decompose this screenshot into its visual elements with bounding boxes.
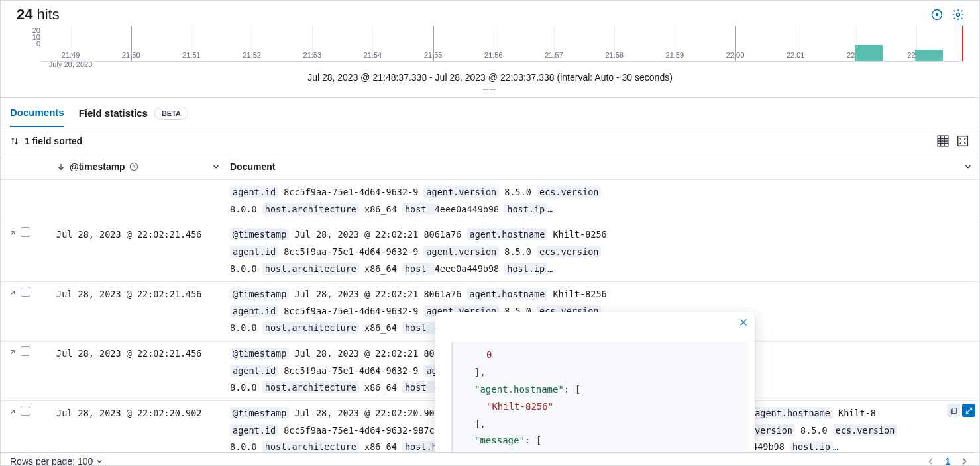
sort-desc-icon — [56, 162, 66, 171]
table-row: agent.id 8cc5f9aa-75e1-4d64-9632-9 agent… — [1, 180, 979, 222]
svg-point-2 — [957, 13, 960, 17]
row-checkbox[interactable] — [21, 287, 30, 297]
tab-documents[interactable]: Documents — [10, 99, 64, 127]
hit-count: 24 hits — [17, 6, 60, 23]
x-tick-label: 21:50 — [122, 51, 140, 59]
beta-badge: BETA — [154, 107, 188, 120]
timestamp-cell: Jul 28, 2023 @ 22:02:20.902 — [52, 405, 226, 452]
page-number[interactable]: 1 — [945, 456, 950, 466]
time-range-label: Jul 28, 2023 @ 21:48:37.338 - Jul 28, 20… — [1, 62, 979, 85]
svg-point-1 — [936, 13, 938, 15]
x-tick-label: 21:54 — [364, 51, 382, 59]
gear-icon[interactable] — [950, 7, 966, 23]
x-tick-label: 21:57 — [545, 51, 563, 59]
svg-rect-4 — [958, 136, 968, 146]
x-tick-label: 21:59 — [666, 51, 684, 59]
cell-popover: 0],"agent.hostname": ["Khilt-8256"],"mes… — [435, 312, 755, 452]
x-tick-label: 21:49 — [62, 51, 80, 59]
table-header: @timestamp Document — [1, 154, 979, 180]
header: 24 hits — [1, 1, 979, 26]
sort-bar: 1 field sorted — [1, 128, 979, 154]
expand-icon[interactable] — [7, 287, 17, 304]
x-tick-label: 21:55 — [424, 51, 443, 59]
next-page-icon[interactable] — [959, 457, 969, 466]
fullscreen-icon[interactable] — [955, 134, 970, 148]
x-tick-label: 21:53 — [303, 51, 322, 59]
row-checkbox[interactable] — [21, 346, 30, 356]
document-cell[interactable]: @timestamp Jul 28, 2023 @ 22:02:21 8061a… — [226, 226, 979, 277]
copy-cell-icon[interactable] — [947, 404, 960, 417]
row-checkbox[interactable] — [21, 406, 30, 416]
timestamp-cell — [52, 184, 226, 218]
tabs: Documents Field statistics BETA — [1, 98, 979, 128]
x-tick-label: 21:56 — [484, 51, 503, 59]
close-icon[interactable] — [739, 318, 748, 329]
x-tick-label: 21:52 — [243, 51, 261, 59]
row-checkbox[interactable] — [21, 227, 30, 237]
expand-cell-icon[interactable] — [962, 404, 975, 417]
pagination: Rows per page: 100 1 — [1, 452, 979, 465]
expand-icon[interactable] — [7, 227, 17, 244]
table-density-icon[interactable] — [936, 134, 950, 148]
document-cell[interactable]: agent.id 8cc5f9aa-75e1-4d64-9632-9 agent… — [226, 184, 979, 218]
histogram-bar[interactable] — [855, 45, 883, 61]
timestamp-cell: Jul 28, 2023 @ 22:02:21.456 — [52, 346, 226, 396]
x-tick-label: 21:58 — [605, 51, 624, 59]
chevron-down-icon[interactable] — [211, 162, 221, 171]
json-code-block: 0],"agent.hostname": ["Khilt-8256"],"mes… — [451, 342, 748, 452]
sort-button[interactable]: 1 field sorted — [10, 136, 82, 146]
timestamp-cell: Jul 28, 2023 @ 22:02:21.456 — [52, 286, 226, 337]
column-timestamp[interactable]: @timestamp — [52, 162, 226, 172]
chevron-down-icon — [95, 457, 103, 465]
prev-page-icon[interactable] — [926, 457, 936, 466]
y-axis: 20 10 0 — [17, 26, 40, 62]
expand-icon[interactable] — [7, 406, 17, 423]
column-document[interactable]: Document — [226, 162, 979, 172]
resize-handle-icon[interactable]: ══ — [1, 85, 979, 97]
x-tick-label: 21:51 — [182, 51, 201, 59]
table-row: Jul 28, 2023 @ 22:02:21.456@timestamp Ju… — [1, 222, 979, 282]
svg-rect-6 — [952, 408, 957, 413]
x-tick-label: 22:00 — [726, 51, 745, 59]
timestamp-cell: Jul 28, 2023 @ 22:02:21.456 — [52, 226, 226, 277]
histogram-bar[interactable] — [915, 50, 943, 61]
tab-field-statistics[interactable]: Field statistics — [79, 99, 148, 126]
histogram[interactable]: 20 10 0 21:49July 28, 202321:5021:5121:5… — [1, 26, 979, 62]
chevron-down-icon[interactable] — [963, 162, 973, 171]
rows-per-page[interactable]: Rows per page: 100 — [10, 456, 103, 466]
expand-icon[interactable] — [7, 346, 17, 363]
x-tick-label: 22:01 — [787, 51, 805, 59]
chart-options-icon[interactable] — [929, 7, 945, 23]
clock-icon — [129, 162, 138, 171]
time-cursor — [962, 26, 963, 61]
